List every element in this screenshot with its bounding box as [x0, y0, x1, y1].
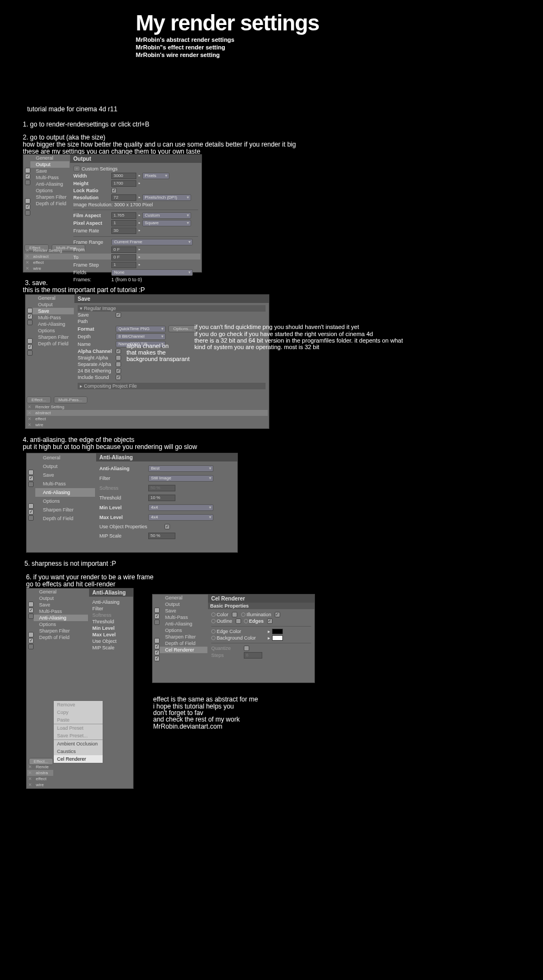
tree-sharpen[interactable]: Sharpen Filter	[30, 194, 70, 200]
depth-dropdown[interactable]: 8 Bit/Channel	[116, 333, 166, 340]
edgecolor-radio[interactable]	[211, 629, 216, 634]
illum-radio[interactable]	[241, 612, 245, 617]
pixel-aspect-unit[interactable]: Square	[142, 220, 191, 226]
outline-radio[interactable]	[211, 619, 216, 623]
regular-image-section[interactable]: ▾ Regular Image	[78, 305, 266, 312]
sound-check[interactable]	[116, 375, 121, 380]
ctx-caustics[interactable]: Caustics	[54, 748, 103, 755]
bgcolor-swatch[interactable]	[272, 635, 283, 641]
tree-save[interactable]: Save	[160, 608, 207, 614]
tree-multipass[interactable]: Multi-Pass	[34, 608, 88, 615]
tree-aa[interactable]: Anti-Aliasing	[33, 321, 74, 327]
tree-general[interactable]: General	[160, 595, 207, 601]
width-field[interactable]: 3000	[111, 173, 136, 179]
ctx-cel-renderer[interactable]: Cel Renderer	[54, 755, 103, 763]
tree-general[interactable]: General	[33, 295, 74, 301]
outline-check[interactable]	[236, 618, 241, 624]
width-unit[interactable]: Pixels	[142, 173, 169, 179]
from-field[interactable]: 0 F	[111, 246, 136, 253]
pixel-aspect-field[interactable]: 1	[111, 220, 136, 226]
color-check[interactable]	[232, 612, 237, 617]
fps-field[interactable]: 30	[111, 227, 136, 234]
separate-check[interactable]	[116, 362, 121, 367]
tree-aa[interactable]: Anti-Aliasing	[160, 621, 207, 627]
maxlevel-dropdown[interactable]: 4x4	[148, 514, 213, 521]
tree-dof[interactable]: Depth of Field	[35, 514, 95, 523]
threshold-field[interactable]: 10 %	[148, 495, 175, 501]
lock-ratio-check[interactable]	[111, 188, 117, 193]
edgecolor-swatch[interactable]	[272, 629, 283, 634]
tree-options[interactable]: Options	[34, 621, 88, 628]
tree-dof[interactable]: Depth of Field	[33, 340, 74, 347]
film-aspect-field[interactable]: 1.765	[111, 212, 136, 219]
dither-check[interactable]	[116, 368, 121, 374]
ctx-loadpreset[interactable]: Load Preset	[54, 724, 103, 732]
ctx-savepreset[interactable]: Save Preset...	[54, 732, 103, 739]
height-field[interactable]: 1700	[111, 180, 136, 187]
mip-field[interactable]: 50 %	[148, 533, 175, 539]
ctx-ao[interactable]: Ambient Occlusion	[54, 740, 103, 748]
tree-save[interactable]: Save	[35, 471, 95, 479]
ctx-remove[interactable]: Remove	[54, 701, 103, 709]
tree-general[interactable]: General	[30, 155, 70, 161]
minlevel-dropdown[interactable]: 4x4	[148, 504, 213, 511]
fields-dropdown[interactable]: None	[111, 269, 193, 276]
effect-button[interactable]: Effect...	[27, 396, 51, 403]
save-check[interactable]	[116, 312, 121, 318]
tree-general[interactable]: General	[35, 453, 95, 462]
tree-sharpen[interactable]: Sharpen Filter	[33, 334, 74, 340]
alpha-check[interactable]	[116, 349, 121, 354]
edges-radio[interactable]	[244, 619, 248, 623]
tree-dof[interactable]: Depth of Field	[30, 200, 70, 207]
tree-options[interactable]: Options	[33, 327, 74, 334]
tree-sharpen[interactable]: Sharpen Filter	[34, 628, 88, 634]
tree-multipass[interactable]: Multi-Pass	[30, 174, 70, 181]
bgcolor-radio[interactable]	[211, 636, 216, 640]
tree-options[interactable]: Options	[30, 187, 70, 194]
illum-check[interactable]	[275, 612, 280, 617]
tree-sharpen[interactable]: Sharpen Filter	[160, 634, 207, 640]
steps-field[interactable]: 6	[244, 652, 262, 659]
edges-check[interactable]	[267, 618, 273, 624]
useobj-check[interactable]	[165, 524, 170, 529]
tree-output[interactable]: Output	[33, 301, 74, 308]
film-aspect-unit[interactable]: Custom	[142, 212, 191, 219]
tree-output[interactable]: Output	[160, 601, 207, 608]
to-field[interactable]: 0 F	[111, 254, 136, 261]
resolution-field[interactable]: 72	[111, 194, 136, 201]
fstep-field[interactable]: 1	[111, 262, 136, 268]
tree-cel-renderer[interactable]: Cel Renderer	[160, 647, 207, 653]
format-dropdown[interactable]: QuickTime PNG	[116, 326, 166, 332]
tree-dof[interactable]: Depth of Field	[160, 640, 207, 647]
tree-output[interactable]: Output	[35, 462, 95, 471]
tree-output[interactable]: Output	[34, 595, 88, 602]
quantize-check[interactable]	[244, 646, 249, 651]
tree-general[interactable]: General	[34, 589, 88, 595]
softness-field[interactable]: 50 %	[148, 485, 175, 491]
frange-dropdown[interactable]: Current Frame	[111, 239, 193, 245]
tree-multipass[interactable]: Multi-Pass	[33, 314, 74, 321]
ctx-copy[interactable]: Copy	[54, 709, 103, 716]
tree-output[interactable]: Output	[30, 161, 70, 168]
tree-aa[interactable]: Anti-Aliasing	[30, 181, 70, 187]
multipass-button[interactable]: Multi-Pass...	[54, 396, 87, 403]
tree-multipass[interactable]: Multi-Pass	[160, 614, 207, 621]
tree-sharpen[interactable]: Sharpen Filter	[35, 505, 95, 514]
tree-save[interactable]: Save	[30, 168, 70, 174]
straight-check[interactable]	[116, 355, 121, 361]
tree-aa[interactable]: Anti-Aliasing	[34, 615, 88, 621]
ctx-paste[interactable]: Paste	[54, 716, 103, 724]
compositing-section[interactable]: ▸ Compositing Project File	[78, 383, 266, 389]
tree-options[interactable]: Options	[160, 627, 207, 634]
tree-save[interactable]: Save	[34, 602, 88, 608]
aa-mode-dropdown[interactable]: Best	[148, 465, 213, 472]
color-radio[interactable]	[211, 612, 216, 617]
options-button[interactable]: Options...	[168, 325, 197, 332]
tree-dof[interactable]: Depth of Field	[34, 634, 88, 641]
tree-options[interactable]: Options	[35, 497, 95, 505]
resolution-unit[interactable]: Pixels/Inch (DPI)	[142, 194, 191, 201]
tree-save[interactable]: Save	[33, 308, 74, 314]
tree-multipass[interactable]: Multi-Pass	[35, 479, 95, 488]
tree-aa[interactable]: Anti-Aliasing	[35, 488, 95, 497]
filter-dropdown[interactable]: Still Image	[148, 475, 213, 482]
